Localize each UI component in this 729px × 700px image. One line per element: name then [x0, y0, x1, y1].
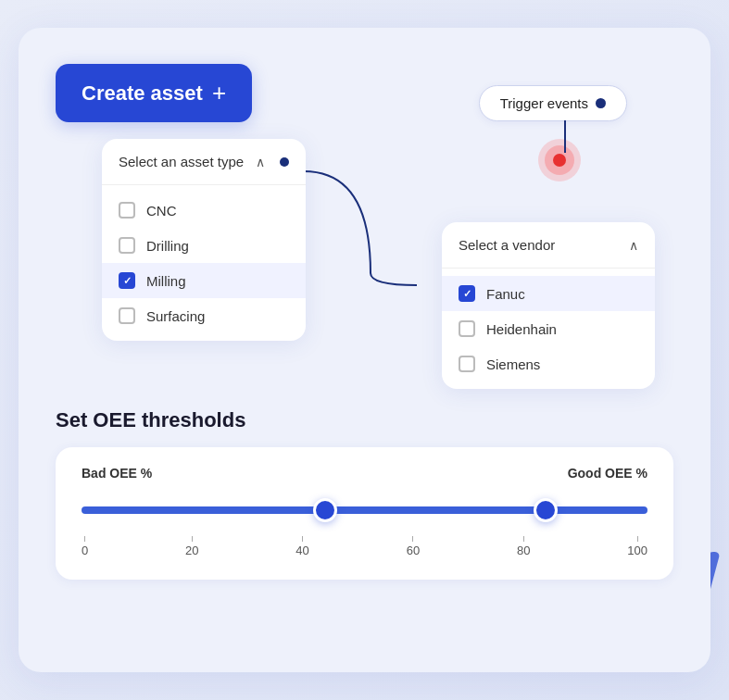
cnc-label: CNC [146, 203, 177, 219]
list-item[interactable]: Milling [102, 263, 306, 298]
drilling-label: Drilling [146, 238, 189, 254]
vendor-list: Fanuc Heidenhain Siemens [442, 269, 655, 389]
asset-type-dropdown[interactable]: Select an asset type ∧ CNC Drilling Mill… [102, 139, 306, 341]
pulse-core [553, 154, 566, 167]
drilling-checkbox[interactable] [119, 237, 135, 254]
create-asset-label: Create asset [82, 81, 203, 106]
oee-tick-labels: 0 20 40 60 80 100 [82, 536, 647, 557]
asset-type-conn-dot [280, 157, 289, 167]
pulse-indicator [538, 139, 581, 181]
tick-100: 100 [627, 536, 647, 557]
vendor-dropdown-header[interactable]: Select a vendor ∧ [442, 222, 655, 269]
trigger-events-label: Trigger events [500, 95, 588, 111]
tick-20: 20 [185, 536, 198, 557]
create-asset-plus-icon: + [212, 79, 226, 107]
milling-checkbox[interactable] [119, 272, 135, 289]
asset-type-dropdown-header[interactable]: Select an asset type ∧ [102, 139, 306, 185]
fanuc-label: Fanuc [486, 286, 525, 302]
oee-section: Set OEE thresholds Bad OEE % Good OEE % … [56, 408, 673, 580]
main-card: Create asset + Trigger events Select an … [19, 28, 710, 672]
oee-slider-track [82, 506, 647, 514]
tick-80: 80 [517, 536, 530, 557]
vendor-placeholder: Select a vendor [459, 237, 555, 253]
list-item[interactable]: Surfacing [102, 298, 306, 333]
milling-label: Milling [146, 273, 186, 289]
good-oee-label: Good OEE % [568, 466, 647, 481]
tick-40: 40 [295, 536, 308, 557]
asset-type-chevron-icon: ∧ [256, 155, 265, 169]
oee-card: Bad OEE % Good OEE % 0 20 40 60 80 100 [56, 447, 673, 580]
surfacing-checkbox[interactable] [119, 307, 135, 324]
good-oee-thumb[interactable] [534, 498, 558, 522]
cnc-checkbox[interactable] [119, 202, 135, 219]
surfacing-label: Surfacing [146, 308, 205, 324]
list-item[interactable]: Drilling [102, 228, 306, 263]
oee-labels: Bad OEE % Good OEE % [82, 466, 647, 481]
siemens-label: Siemens [486, 356, 540, 372]
asset-type-placeholder: Select an asset type [119, 154, 244, 169]
list-item[interactable]: CNC [102, 193, 306, 228]
tick-0: 0 [82, 536, 88, 557]
list-item[interactable]: Fanuc [442, 276, 655, 311]
list-item[interactable]: Heidenhain [442, 311, 655, 346]
oee-slider-container[interactable] [82, 494, 647, 527]
list-item[interactable]: Siemens [442, 346, 655, 381]
tick-60: 60 [407, 536, 420, 557]
oee-section-title: Set OEE thresholds [56, 408, 673, 432]
bad-oee-label: Bad OEE % [82, 466, 152, 481]
trigger-events-node[interactable]: Trigger events [479, 85, 627, 121]
vendor-chevron-icon: ∧ [629, 238, 638, 253]
heidenhain-label: Heidenhain [486, 321, 557, 337]
fanuc-checkbox[interactable] [459, 285, 475, 302]
outer-background: Create asset + Trigger events Select an … [0, 0, 729, 700]
create-asset-button[interactable]: Create asset + [56, 64, 252, 122]
asset-type-list: CNC Drilling Milling Surfacing [102, 185, 306, 341]
trigger-events-dot [596, 98, 606, 108]
vendor-dropdown[interactable]: Select a vendor ∧ Fanuc Heidenhain Sieme… [442, 222, 655, 389]
heidenhain-checkbox[interactable] [459, 320, 475, 337]
siemens-checkbox[interactable] [459, 356, 475, 372]
bad-oee-thumb[interactable] [313, 498, 337, 522]
